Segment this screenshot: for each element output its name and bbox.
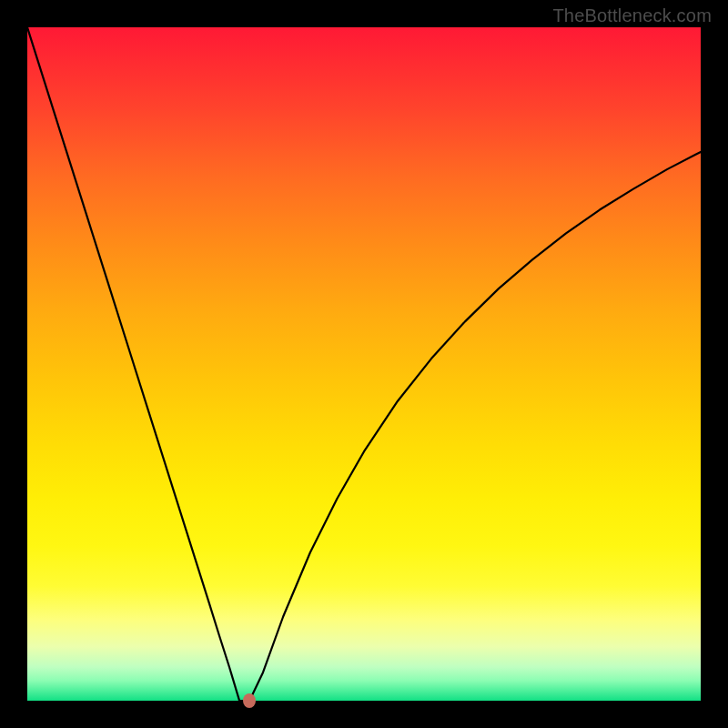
chart-container: TheBottleneck.com: [0, 0, 728, 728]
plot-area: [27, 27, 701, 701]
watermark-text: TheBottleneck.com: [552, 5, 712, 26]
bottleneck-curve: [27, 27, 701, 701]
optimum-marker: [243, 693, 256, 708]
